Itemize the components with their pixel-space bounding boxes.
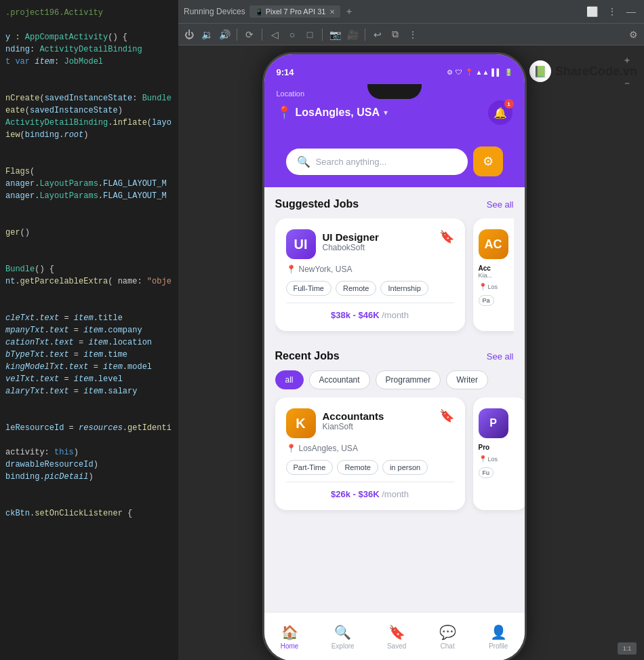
bookmark-icon-acc[interactable]: 🔖	[439, 408, 454, 423]
bottom-nav: 🏠 Home 🔍 Explore 🔖 Saved 💬	[264, 612, 525, 660]
search-input-wrap[interactable]: 🔍 Search anything...	[286, 149, 468, 175]
pixel-tab[interactable]: 📱 Pixel 7 Pro API 31 ✕	[249, 5, 341, 18]
chat-nav-label: Chat	[441, 642, 455, 650]
filter-button[interactable]: ⚙	[473, 147, 503, 176]
fold-icon[interactable]: ⧉	[388, 28, 402, 41]
settings-icon: ⚙	[447, 69, 453, 76]
nav-saved[interactable]: 🔖 Saved	[387, 624, 406, 650]
partial-title: Acc	[479, 265, 514, 272]
bell-icon: 🔔	[494, 106, 507, 119]
search-icon: 🔍	[297, 155, 310, 168]
chip-writer[interactable]: Writer	[446, 370, 488, 389]
wifi-icon: ▲▲	[476, 69, 489, 76]
job-tag-fulltime: Full-Time	[286, 281, 331, 296]
chip-accountant[interactable]: Accountant	[309, 370, 370, 389]
volume-down-icon[interactable]: 🔉	[200, 28, 214, 41]
shield-icon: 🛡	[456, 69, 462, 76]
sharecode-icon: 📗	[529, 60, 551, 82]
job-card-partial: AC Acc Kia... 📍 Los	[473, 218, 514, 331]
job-card-ui-designer[interactable]: UI UI Designer ChabokSoft 🔖	[275, 218, 465, 331]
ratio-badge: 1:1	[618, 642, 637, 655]
status-bar: 9:14 ⚙ 🛡 📍 ▲▲ ▌▌ 🔋	[264, 54, 525, 84]
job-card-accountants[interactable]: K Accountants KianSoft 🔖	[275, 397, 465, 510]
status-icons: ⚙ 🛡 📍 ▲▲ ▌▌ 🔋	[447, 69, 512, 76]
running-devices-label: Running Devices	[184, 7, 245, 16]
right-side-panel: ＋ － 1:1	[610, 45, 644, 660]
suggested-jobs-see-all[interactable]: See all	[487, 199, 514, 210]
location-text: LosAngles, USA	[296, 106, 380, 119]
toolbar-separator-4	[365, 28, 365, 41]
minimize-icon[interactable]: —	[624, 5, 639, 18]
nav-home[interactable]: 🏠 Home	[281, 624, 299, 650]
partial-location-text: Los	[488, 284, 498, 290]
power-icon[interactable]: ⏻	[182, 28, 196, 41]
partial-location-text-2: Los	[488, 456, 498, 463]
recent-job-location-text: LosAngles, USA	[299, 444, 358, 453]
battery-icon: 🔋	[504, 69, 512, 76]
job-location-ui: 📍 NewYork, USA	[286, 265, 454, 274]
pixel-tab-close[interactable]: ✕	[329, 8, 335, 16]
status-time: 9:14	[277, 67, 294, 77]
pixel-tab-label: Pixel 7 Pro API 31	[266, 7, 326, 16]
back-icon[interactable]: ◁	[268, 28, 281, 41]
partial-pin-icon: 📍	[479, 283, 487, 290]
job-tag-internship: Internship	[380, 281, 428, 296]
recent-job-salary: $26k - $36K /month	[286, 489, 454, 499]
rotate-ccw-icon[interactable]: ↩	[371, 28, 384, 41]
add-tab-button[interactable]: ＋	[344, 5, 354, 18]
recents-icon[interactable]: □	[303, 28, 317, 41]
chip-all[interactable]: all	[275, 370, 304, 389]
home-nav-label: Home	[281, 642, 299, 650]
job-logo-ui: UI	[286, 229, 316, 259]
bookmark-icon-ui[interactable]: 🔖	[439, 229, 454, 244]
partial-tag: Pa	[479, 295, 494, 306]
device-settings-icon[interactable]: ⚙	[626, 28, 640, 41]
phone-container: 9:14 ⚙ 🛡 📍 ▲▲ ▌▌ 🔋 Location	[178, 45, 610, 660]
chat-nav-icon: 💬	[439, 624, 456, 640]
location-dropdown-icon[interactable]: ▾	[384, 108, 388, 117]
recent-job-divider	[286, 482, 454, 482]
recent-jobs-list: K Accountants KianSoft 🔖	[264, 397, 525, 521]
job-company-ui: ChabokSoft	[323, 243, 379, 252]
recent-jobs-see-all[interactable]: See all	[487, 351, 514, 362]
recent-job-card-header: K Accountants KianSoft 🔖	[286, 408, 454, 438]
chip-programmer[interactable]: Programmer	[376, 370, 441, 389]
profile-nav-label: Profile	[489, 642, 508, 650]
recent-jobs-section: Recent Jobs See all	[264, 339, 525, 362]
home-icon[interactable]: ○	[285, 28, 299, 41]
recent-tag-parttime: Part-Time	[286, 460, 334, 475]
recent-job-company: KianSoft	[323, 422, 384, 431]
volume-up-icon[interactable]: 🔊	[218, 28, 231, 41]
nav-chat[interactable]: 💬 Chat	[439, 624, 456, 650]
filter-icon: ⚙	[483, 154, 494, 169]
toolbar-separator-3	[322, 28, 323, 41]
notification-bell[interactable]: 🔔 1	[488, 100, 512, 125]
camera-icon[interactable]: 🎥	[346, 28, 359, 41]
toolbar: ⏻ 🔉 🔊 ⟳ ◁ ○ □ 📷 🎥 ↩ ⧉ ⋮ ⚙	[178, 24, 644, 45]
partial-pin-icon-2: 📍	[479, 455, 487, 463]
nav-profile[interactable]: 👤 Profile	[489, 624, 508, 650]
notification-badge: 1	[504, 99, 514, 109]
saved-nav-label: Saved	[387, 642, 406, 650]
running-devices-bar: Running Devices 📱 Pixel 7 Pro API 31 ✕ ＋…	[178, 0, 644, 24]
home-nav-icon: 🏠	[281, 624, 298, 640]
job-card-header: UI UI Designer ChabokSoft 🔖	[286, 229, 454, 259]
layout-icon[interactable]: ⬜	[584, 5, 601, 18]
more-options-icon[interactable]: ⋮	[605, 5, 620, 18]
screenshot-icon[interactable]: 📷	[328, 28, 342, 41]
sharecode-brand: 📗 ShareCode.vn	[529, 60, 637, 82]
partial-title-2: Pro	[479, 444, 522, 451]
nav-explore[interactable]: 🔍 Explore	[331, 624, 355, 650]
job-tag-remote: Remote	[336, 281, 377, 296]
suggested-jobs-section: Suggested Jobs See all UI	[264, 187, 525, 339]
suggested-jobs-title: Suggested Jobs	[275, 198, 359, 210]
ide-right-panel: Running Devices 📱 Pixel 7 Pro API 31 ✕ ＋…	[178, 0, 644, 660]
screen-rotate-icon[interactable]: ⟳	[243, 28, 256, 41]
toolbar-separator-2	[262, 28, 262, 41]
more-icon[interactable]: ⋮	[406, 28, 420, 41]
recent-job-card-partial: P Pro 📍 Los Fu	[473, 397, 525, 510]
phone-frame: 9:14 ⚙ 🛡 📍 ▲▲ ▌▌ 🔋 Location	[262, 52, 527, 660]
job-divider	[286, 303, 454, 303]
partial-location-2: 📍 Los	[479, 455, 522, 463]
content-area[interactable]: Suggested Jobs See all UI	[264, 187, 525, 612]
